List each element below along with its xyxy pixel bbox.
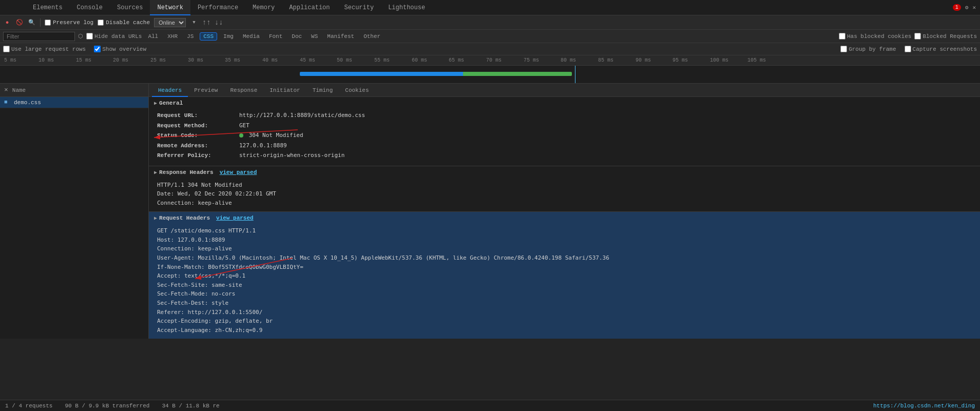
req-header-line-10: Accept-Encoding: gzip, deflate, br	[157, 317, 972, 326]
large-rows-checkbox[interactable]: Use large request rows	[3, 46, 86, 52]
settings-icon[interactable]: ⚙	[965, 4, 969, 11]
req-header-line-7: Sec-Fetch-Mode: no-cors	[157, 289, 972, 299]
disable-cache-input[interactable]	[98, 19, 104, 26]
download-icon[interactable]: ↓	[215, 18, 223, 27]
filter-font[interactable]: Font	[266, 33, 285, 40]
general-section: ▶ General Request URL: http://127.0.0.1:…	[149, 97, 980, 166]
throttle-dropdown-icon[interactable]: ▼	[190, 18, 198, 27]
tab-application[interactable]: Application	[282, 0, 337, 15]
filter-css[interactable]: CSS	[200, 32, 217, 41]
response-headers-section-header[interactable]: ▶ Response Headers view parsed	[149, 166, 980, 179]
main-tab-bar: Elements Console Sources Network Perform…	[0, 0, 980, 15]
timeline-ruler: 5 ms 10 ms 15 ms 20 ms 25 ms 30 ms 35 ms…	[0, 55, 980, 66]
capture-screenshots-checkbox[interactable]: Capture screenshots	[905, 46, 977, 52]
request-row-demo-css[interactable]: ■ demo.css	[0, 97, 148, 108]
detail-tab-timing[interactable]: Timing	[306, 84, 339, 97]
req-header-line-5: Accept: text/css,*/*;q=0.1	[157, 271, 972, 281]
request-headers-content: GET /static/demo.css HTTP/1.1 Host: 127.…	[149, 224, 980, 339]
filter-bar: ⬡ Hide data URLs All XHR JS CSS Img Medi…	[0, 30, 980, 43]
tick-15ms: 15 ms	[76, 57, 91, 63]
tab-console[interactable]: Console	[70, 0, 110, 15]
general-section-header[interactable]: ▶ General	[149, 97, 980, 109]
tick-80ms: 80 ms	[561, 57, 576, 63]
req-header-line-3: User-Agent: Mozilla/5.0 (Macintosh; Inte…	[157, 253, 972, 263]
referrer-policy-row: Referrer Policy: strict-origin-when-cros…	[157, 151, 972, 160]
details-panel: Headers Preview Response Initiator Timin…	[149, 84, 980, 339]
status-bar: 1 / 4 requests 90 B / 9.9 kB transferred…	[0, 400, 980, 411]
filter-ws[interactable]: WS	[308, 33, 321, 40]
requests-panel: × Name ■ demo.css	[0, 84, 149, 339]
filter-all[interactable]: All	[145, 33, 161, 40]
css-file-icon: ■	[4, 99, 11, 106]
tab-lighthouse[interactable]: Lighthouse	[381, 0, 432, 15]
detail-tabs: Headers Preview Response Initiator Timin…	[149, 84, 980, 97]
req-header-line-9: Referer: http://127.0.0.1:5500/	[157, 308, 972, 317]
timeline-container: 5 ms 10 ms 15 ms 20 ms 25 ms 30 ms 35 ms…	[0, 55, 980, 84]
tick-10ms: 10 ms	[39, 57, 54, 63]
filter-doc[interactable]: Doc	[289, 33, 305, 40]
blocked-requests-checkbox[interactable]: Blocked Requests	[914, 33, 977, 40]
search-icon[interactable]: 🔍	[28, 18, 36, 27]
funnel-icon: ⬡	[78, 33, 83, 40]
network-toolbar: ● 🚫 🔍 Preserve log Disable cache Online …	[0, 15, 980, 30]
tab-network[interactable]: Network	[150, 0, 190, 15]
detail-tab-preview[interactable]: Preview	[188, 84, 224, 97]
clear-icon[interactable]: 🚫	[15, 18, 24, 27]
tick-70ms: 70 ms	[486, 57, 502, 63]
req-header-line-0: GET /static/demo.css HTTP/1.1	[157, 226, 972, 236]
separator-1	[40, 18, 41, 27]
response-headers-arrow-icon: ▶	[154, 169, 157, 175]
request-headers-section: ▶ Request Headers view parsed GET /stati…	[149, 212, 980, 339]
throttle-select[interactable]: Online	[154, 18, 186, 27]
tick-45ms: 45 ms	[300, 57, 315, 63]
filter-xhr[interactable]: XHR	[164, 33, 181, 40]
response-headers-view-parsed[interactable]: view parsed	[220, 169, 257, 175]
detail-tab-cookies[interactable]: Cookies	[339, 84, 375, 97]
disable-cache-checkbox[interactable]: Disable cache	[98, 19, 150, 26]
tab-elements[interactable]: Elements	[26, 0, 70, 15]
status-requests: 1 / 4 requests	[5, 403, 52, 409]
detail-tab-initiator[interactable]: Initiator	[263, 84, 306, 97]
request-headers-section-header[interactable]: ▶ Request Headers view parsed	[149, 212, 980, 224]
upload-icon[interactable]: ↑	[202, 18, 210, 27]
record-icon[interactable]: ●	[3, 18, 11, 27]
tab-performance[interactable]: Performance	[190, 0, 245, 15]
requests-header: × Name	[0, 84, 148, 97]
resp-header-line-0: HTTP/1.1 304 Not Modified	[157, 181, 972, 190]
group-by-frame-checkbox[interactable]: Group by frame	[840, 46, 896, 52]
status-url[interactable]: https://blog.csdn.net/ken_ding	[873, 403, 975, 409]
tick-65ms: 65 ms	[449, 57, 464, 63]
network-request-bar	[300, 72, 572, 76]
status-size: 34 B / 11.8 kB re	[162, 403, 219, 409]
preserve-log-input[interactable]	[45, 19, 51, 26]
tick-35ms: 35 ms	[225, 57, 240, 63]
filter-input[interactable]	[3, 32, 75, 41]
request-method-row: Request Method: GET	[157, 122, 972, 130]
request-headers-view-parsed[interactable]: view parsed	[216, 215, 254, 221]
tab-memory[interactable]: Memory	[245, 0, 282, 15]
filter-img[interactable]: Img	[220, 33, 237, 40]
has-blocked-cookies-checkbox[interactable]: Has blocked cookies	[839, 33, 911, 40]
tab-sources[interactable]: Sources	[110, 0, 150, 15]
detail-tab-headers[interactable]: Headers	[152, 84, 188, 97]
hide-data-urls-checkbox[interactable]: Hide data URLs	[86, 33, 142, 40]
tick-30ms: 30 ms	[188, 57, 203, 63]
tick-25ms: 25 ms	[150, 57, 166, 63]
detail-tab-response[interactable]: Response	[224, 84, 263, 97]
filter-manifest[interactable]: Manifest	[324, 33, 357, 40]
timeline-bars	[0, 66, 980, 84]
show-overview-checkbox[interactable]: Show overview	[94, 46, 146, 52]
close-detail-button[interactable]: ×	[4, 86, 8, 94]
filter-media[interactable]: Media	[240, 33, 263, 40]
response-headers-section: ▶ Response Headers view parsed HTTP/1.1 …	[149, 166, 980, 212]
close-devtools-icon[interactable]: ✕	[972, 4, 976, 11]
filter-other[interactable]: Other	[360, 33, 383, 40]
status-code-row: Status Code: 304 Not Modified	[157, 131, 972, 140]
tick-40ms: 40 ms	[262, 57, 278, 63]
tick-90ms: 90 ms	[636, 57, 651, 63]
tab-security[interactable]: Security	[337, 0, 381, 15]
request-headers-arrow-icon: ▶	[154, 215, 157, 221]
filter-js[interactable]: JS	[184, 33, 197, 40]
main-area: × Name ■ demo.css Headers Preview Respon…	[0, 84, 980, 339]
preserve-log-checkbox[interactable]: Preserve log	[45, 19, 93, 26]
